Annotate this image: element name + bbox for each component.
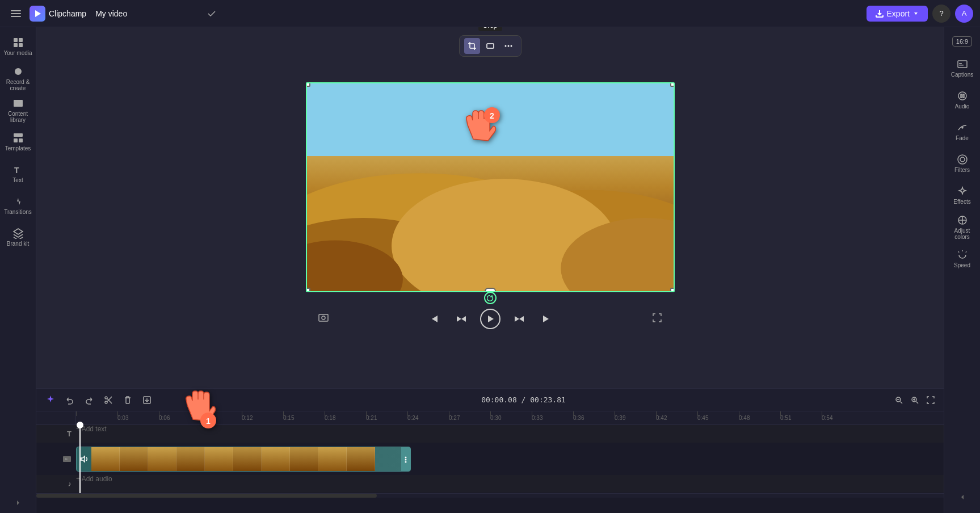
right-sidebar-item-speed[interactable]: Speed — [948, 244, 977, 274]
avatar-button[interactable]: A — [955, 5, 973, 23]
svg-point-16 — [507, 45, 509, 47]
crop-handle-tr[interactable] — [670, 82, 675, 87]
aspect-ratio-badge[interactable]: 16:9 — [952, 36, 972, 47]
clip-mute-button[interactable] — [78, 452, 91, 466]
clip-thumb — [176, 447, 205, 471]
sidebar-item-transitions[interactable]: Transitions — [3, 191, 33, 220]
tick-17: 0:51 — [780, 411, 822, 424]
hamburger-button[interactable] — [7, 5, 25, 23]
magic-button[interactable] — [43, 393, 58, 407]
zoom-fit-button[interactable] — [924, 394, 937, 406]
clip-thumb — [148, 447, 176, 471]
video-track-label — [36, 455, 76, 464]
clip-end-handle[interactable] — [401, 447, 410, 471]
zoom-in-button[interactable] — [909, 394, 921, 406]
sidebar-item-record-create[interactable]: Record & create — [3, 64, 33, 93]
svg-point-35 — [405, 459, 407, 460]
sidebar-item-content-library[interactable]: Content library — [3, 95, 33, 125]
tick-8: 0:24 — [407, 411, 449, 424]
svg-rect-12 — [19, 138, 23, 142]
clip-thumb — [233, 447, 262, 471]
cut-button[interactable] — [101, 393, 116, 407]
video-track-row — [36, 443, 944, 475]
crop-handle-br[interactable] — [670, 288, 675, 292]
fullscreen-button[interactable] — [651, 312, 663, 326]
forward-button[interactable] — [510, 310, 528, 328]
crop-button[interactable] — [464, 38, 480, 54]
delete-button[interactable] — [120, 393, 135, 407]
sidebar-item-your-media[interactable]: Your media — [3, 32, 33, 61]
playback-controls — [306, 304, 675, 334]
clip-thumb — [262, 447, 290, 471]
right-sidebar-collapse-button[interactable] — [953, 488, 971, 508]
svg-marker-3 — [35, 10, 41, 17]
clip-thumb — [120, 447, 148, 471]
zoom-out-button[interactable] — [893, 394, 905, 406]
crop-handle-bl[interactable] — [306, 288, 310, 292]
sidebar-label: Transitions — [4, 209, 32, 215]
crop-handle-bm[interactable] — [485, 288, 496, 292]
rewind-button[interactable] — [453, 310, 471, 328]
hand-cursor-2-overlay: 2 — [453, 99, 504, 150]
crop-handle-tl[interactable] — [306, 82, 310, 87]
save-frame-button[interactable] — [140, 393, 154, 407]
right-sidebar-item-filters[interactable]: Filters — [948, 149, 977, 178]
screenshot-button[interactable] — [317, 312, 330, 326]
export-button[interactable]: Export — [867, 6, 928, 22]
topbar: Clipchamp Export ? A — [0, 0, 980, 27]
right-sidebar-label: Audio — [955, 103, 970, 110]
undo-button[interactable] — [62, 393, 77, 407]
help-button[interactable]: ? — [932, 5, 950, 23]
redo-button[interactable] — [82, 393, 96, 407]
tick-12: 0:36 — [573, 411, 615, 424]
right-sidebar-item-captions[interactable]: Captions — [948, 53, 977, 83]
topbar-right: Export ? A — [867, 5, 973, 23]
tick-10: 0:30 — [490, 411, 532, 424]
audio-track-content: + Add audio — [76, 475, 944, 493]
more-options-button[interactable] — [500, 38, 516, 54]
skip-back-button[interactable] — [426, 310, 444, 328]
text-track-content: + Add text — [76, 425, 944, 443]
right-sidebar-item-audio[interactable]: Audio — [948, 85, 977, 115]
tick-1: 0:03 — [117, 411, 159, 424]
sidebar-item-brand-kit[interactable]: Brand kit — [3, 222, 33, 252]
svg-point-42 — [958, 155, 967, 164]
timeline-scrollbar[interactable] — [36, 493, 944, 498]
sidebar-item-text[interactable]: T Text — [3, 159, 33, 188]
sidebar-item-templates[interactable]: Templates — [3, 127, 33, 157]
right-sidebar-label: Captions — [951, 72, 973, 78]
svg-text:T: T — [14, 166, 19, 175]
tick-14: 0:42 — [656, 411, 697, 424]
skip-forward-button[interactable] — [537, 310, 555, 328]
tick-3: 0:09 — [200, 411, 242, 424]
aspect-ratio-button[interactable] — [482, 38, 498, 54]
crop-toolbar: Crop — [459, 35, 521, 57]
right-sidebar-item-effects[interactable]: Effects — [948, 180, 977, 210]
add-audio-button[interactable]: + Add audio — [76, 475, 944, 483]
timeline-toolbar: 00:00.08 / 00:23.81 — [36, 389, 944, 411]
tick-7: 0:21 — [366, 411, 407, 424]
video-clip[interactable] — [76, 447, 411, 472]
video-title-input[interactable] — [91, 7, 199, 20]
sidebar-expand-button[interactable] — [12, 497, 24, 508]
svg-point-15 — [504, 45, 506, 47]
scrollbar-thumb[interactable] — [36, 494, 377, 498]
rotation-handle[interactable] — [484, 292, 497, 304]
right-sidebar-item-adjust-colors[interactable]: Adjust colors — [948, 212, 977, 242]
svg-point-40 — [958, 92, 966, 100]
add-text-button[interactable]: + Add text — [76, 425, 944, 433]
clip-thumb — [290, 447, 318, 471]
svg-rect-7 — [19, 43, 23, 47]
svg-rect-11 — [14, 138, 18, 142]
app-name: Clipchamp — [49, 9, 86, 18]
main-layout: Your media Record & create Content libra… — [0, 27, 980, 513]
preview-area: Crop — [36, 27, 944, 388]
svg-point-41 — [962, 127, 963, 128]
right-sidebar-item-fade[interactable]: Fade — [948, 117, 977, 146]
sidebar-label: Templates — [5, 145, 31, 152]
center-area: Crop — [36, 27, 944, 513]
crop-tooltip: Crop — [478, 27, 502, 31]
add-audio-label: + Add audio — [76, 475, 112, 483]
save-status-icon[interactable] — [204, 6, 220, 22]
play-button[interactable] — [480, 309, 500, 329]
